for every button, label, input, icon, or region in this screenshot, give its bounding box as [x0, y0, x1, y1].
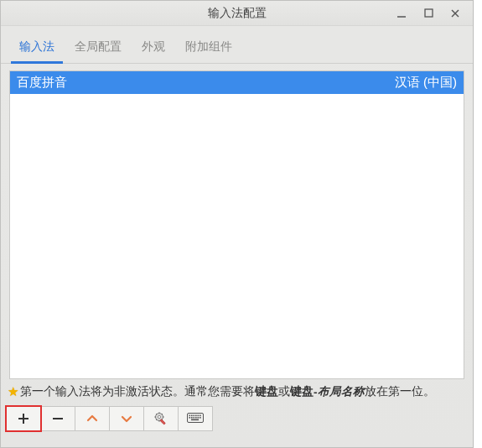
svg-line-16 — [162, 414, 163, 414]
window-title: 输入法配置 — [208, 6, 267, 21]
tab-addons[interactable]: 附加组件 — [177, 34, 241, 64]
toolbar — [1, 403, 473, 438]
minimize-button[interactable] — [394, 6, 409, 21]
minus-icon — [51, 412, 65, 425]
window-buttons — [394, 1, 468, 25]
chevron-down-icon — [120, 412, 133, 425]
gear-wrench-icon — [153, 411, 168, 426]
list-item[interactable]: 百度拼音 汉语 (中国) — [10, 71, 464, 94]
im-name: 百度拼音 — [17, 75, 67, 91]
configure-button[interactable] — [143, 406, 179, 431]
hint-pre: 第一个输入法将为非激活状态。通常您需要将 — [20, 384, 255, 399]
chevron-up-icon — [86, 412, 99, 425]
hint-text: ★ 第一个输入法将为非激活状态。通常您需要将 键盘 或 键盘 - 布局名称 放在… — [1, 379, 473, 403]
remove-button[interactable] — [40, 406, 75, 431]
svg-rect-25 — [189, 417, 191, 419]
tab-global-config[interactable]: 全局配置 — [66, 34, 130, 64]
tab-appearance[interactable]: 外观 — [133, 34, 174, 64]
svg-rect-19 — [189, 415, 191, 417]
svg-rect-30 — [200, 417, 201, 419]
svg-rect-24 — [200, 415, 201, 417]
plus-icon — [17, 412, 30, 425]
hint-bold1: 键盘 — [255, 384, 278, 399]
svg-rect-29 — [198, 417, 200, 419]
maximize-button[interactable] — [421, 6, 436, 21]
svg-point-8 — [158, 415, 160, 418]
keyboard-layout-button[interactable] — [178, 406, 213, 431]
input-method-list[interactable]: 百度拼音 汉语 (中国) — [9, 70, 464, 379]
svg-rect-20 — [191, 415, 193, 417]
hint-bold2: 键盘 — [290, 384, 314, 399]
keyboard-icon — [187, 413, 204, 425]
tab-bar: 输入法 全局配置 外观 附加组件 — [1, 26, 473, 64]
svg-rect-21 — [194, 415, 195, 417]
im-lang: 汉语 (中国) — [395, 75, 457, 91]
svg-rect-28 — [195, 417, 197, 419]
svg-line-15 — [156, 419, 157, 420]
svg-rect-23 — [198, 415, 200, 417]
tab-input-method[interactable]: 输入法 — [11, 34, 63, 64]
svg-line-13 — [156, 414, 157, 414]
close-button[interactable] — [448, 6, 463, 21]
hint-italic: 布局名称 — [318, 384, 365, 399]
move-down-button[interactable] — [109, 406, 144, 431]
add-button[interactable] — [6, 406, 41, 431]
move-up-button[interactable] — [75, 406, 110, 431]
titlebar: 输入法配置 — [1, 1, 473, 26]
hint-mid: 或 — [278, 384, 290, 399]
star-icon: ★ — [8, 384, 18, 399]
config-window: 输入法配置 输入法 全局配置 外观 附加组件 百度拼音 汉语 (中国) ★ 第一… — [0, 0, 474, 448]
svg-rect-22 — [195, 415, 197, 417]
svg-rect-31 — [191, 419, 199, 421]
svg-rect-26 — [191, 417, 193, 419]
svg-rect-27 — [194, 417, 195, 419]
svg-rect-1 — [425, 9, 433, 17]
hint-post: 放在第一位。 — [365, 384, 435, 399]
